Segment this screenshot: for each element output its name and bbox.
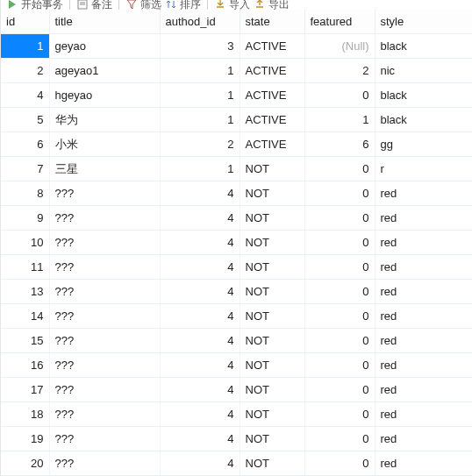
cell-title[interactable]: ??? <box>49 451 160 476</box>
cell-featured[interactable]: 0 <box>304 83 375 108</box>
cell-style[interactable]: black <box>375 34 472 59</box>
cell-id[interactable]: 7 <box>1 157 49 181</box>
table-row[interactable]: 15???4NOT0red <box>1 329 472 353</box>
cell-authod-id[interactable]: 4 <box>160 378 240 402</box>
table-row[interactable]: 16???4NOT0red <box>1 353 472 378</box>
cell-title[interactable]: 华为 <box>49 108 160 132</box>
cell-state[interactable]: ACTIVE <box>240 108 304 132</box>
cell-title[interactable]: ??? <box>49 402 160 427</box>
cell-style[interactable]: red <box>375 329 472 353</box>
cell-state[interactable]: ACTIVE <box>240 83 304 108</box>
table-row[interactable]: 9???4NOT0red <box>1 206 472 231</box>
cell-featured[interactable]: 0 <box>304 402 375 427</box>
table-row[interactable]: 19???4NOT0red <box>1 427 472 451</box>
cell-style[interactable]: red <box>375 181 472 206</box>
table-row[interactable]: 11???4NOT0red <box>1 255 472 280</box>
table-row[interactable]: 6小米2ACTIVE6gg <box>1 132 472 157</box>
cell-id[interactable]: 2 <box>1 59 49 83</box>
cell-id[interactable]: 10 <box>1 231 49 255</box>
cell-title[interactable]: ??? <box>49 353 160 378</box>
table-row[interactable]: 2ageyao11ACTIVE2nic <box>1 59 472 83</box>
cell-authod-id[interactable]: 4 <box>160 353 240 378</box>
cell-style[interactable]: red <box>375 280 472 304</box>
cell-featured[interactable]: 0 <box>304 255 375 280</box>
cell-title[interactable]: ageyao1 <box>49 59 160 83</box>
cell-id[interactable]: 1 <box>1 34 49 59</box>
cell-id[interactable]: 19 <box>1 427 49 451</box>
cell-title[interactable]: ??? <box>49 255 160 280</box>
cell-authod-id[interactable]: 4 <box>160 255 240 280</box>
cell-title[interactable]: ??? <box>49 427 160 451</box>
col-header-title[interactable]: title <box>49 10 160 34</box>
cell-authod-id[interactable]: 4 <box>160 451 240 476</box>
col-header-state[interactable]: state <box>240 10 304 34</box>
cell-featured[interactable]: 0 <box>304 353 375 378</box>
cell-style[interactable]: red <box>375 231 472 255</box>
cell-featured[interactable]: 0 <box>304 378 375 402</box>
cell-style[interactable]: red <box>375 402 472 427</box>
cell-style[interactable]: nic <box>375 59 472 83</box>
cell-featured[interactable]: 0 <box>304 427 375 451</box>
cell-id[interactable]: 14 <box>1 304 49 329</box>
cell-style[interactable]: red <box>375 427 472 451</box>
cell-style[interactable]: black <box>375 108 472 132</box>
cell-featured[interactable]: 0 <box>304 451 375 476</box>
table-row[interactable]: 14???4NOT0red <box>1 304 472 329</box>
export-button[interactable]: 导出 <box>254 0 290 10</box>
cell-authod-id[interactable]: 4 <box>160 402 240 427</box>
cell-featured[interactable]: 0 <box>304 206 375 231</box>
cell-featured[interactable]: 0 <box>304 181 375 206</box>
table-row[interactable]: 4hgeyao1ACTIVE0black <box>1 83 472 108</box>
cell-title[interactable]: ??? <box>49 181 160 206</box>
cell-state[interactable]: NOT <box>240 427 304 451</box>
cell-featured[interactable]: 0 <box>304 157 375 181</box>
cell-state[interactable]: NOT <box>240 255 304 280</box>
cell-authod-id[interactable]: 4 <box>160 231 240 255</box>
cell-authod-id[interactable]: 4 <box>160 329 240 353</box>
cell-style[interactable]: r <box>375 157 472 181</box>
col-header-style[interactable]: style <box>375 10 472 34</box>
cell-authod-id[interactable]: 1 <box>160 83 240 108</box>
cell-authod-id[interactable]: 1 <box>160 59 240 83</box>
cell-id[interactable]: 4 <box>1 83 49 108</box>
cell-title[interactable]: hgeyao <box>49 83 160 108</box>
cell-id[interactable]: 20 <box>1 451 49 476</box>
cell-id[interactable]: 8 <box>1 181 49 206</box>
data-grid[interactable]: id title authod_id state featured style … <box>1 10 472 477</box>
table-row[interactable]: 17???4NOT0red <box>1 378 472 402</box>
cell-state[interactable]: NOT <box>240 304 304 329</box>
cell-featured[interactable]: 0 <box>304 329 375 353</box>
cell-state[interactable]: NOT <box>240 329 304 353</box>
cell-authod-id[interactable]: 4 <box>160 427 240 451</box>
cell-style[interactable]: red <box>375 353 472 378</box>
memo-button[interactable]: 备注 <box>76 0 112 10</box>
cell-style[interactable]: red <box>375 378 472 402</box>
cell-authod-id[interactable]: 4 <box>160 206 240 231</box>
begin-transaction-button[interactable]: 开始事务 <box>6 0 63 10</box>
cell-id[interactable]: 16 <box>1 353 49 378</box>
cell-id[interactable]: 6 <box>1 132 49 157</box>
cell-featured[interactable]: 6 <box>304 132 375 157</box>
cell-state[interactable]: NOT <box>240 402 304 427</box>
cell-state[interactable]: NOT <box>240 231 304 255</box>
table-row[interactable]: 7三星1NOT0r <box>1 157 472 181</box>
cell-authod-id[interactable]: 3 <box>160 34 240 59</box>
cell-state[interactable]: NOT <box>240 206 304 231</box>
cell-title[interactable]: ??? <box>49 329 160 353</box>
cell-id[interactable]: 11 <box>1 255 49 280</box>
cell-title[interactable]: ??? <box>49 304 160 329</box>
cell-id[interactable]: 15 <box>1 329 49 353</box>
cell-style[interactable]: red <box>375 304 472 329</box>
cell-id[interactable]: 13 <box>1 280 49 304</box>
cell-style[interactable]: black <box>375 83 472 108</box>
cell-title[interactable]: 三星 <box>49 157 160 181</box>
cell-authod-id[interactable]: 4 <box>160 181 240 206</box>
cell-style[interactable]: red <box>375 255 472 280</box>
cell-style[interactable]: red <box>375 206 472 231</box>
cell-state[interactable]: ACTIVE <box>240 34 304 59</box>
table-row[interactable]: 20???4NOT0red <box>1 451 472 476</box>
cell-title[interactable]: ??? <box>49 206 160 231</box>
cell-authod-id[interactable]: 4 <box>160 304 240 329</box>
cell-authod-id[interactable]: 4 <box>160 280 240 304</box>
table-row[interactable]: 1geyao3ACTIVE(Null)black <box>1 34 472 59</box>
